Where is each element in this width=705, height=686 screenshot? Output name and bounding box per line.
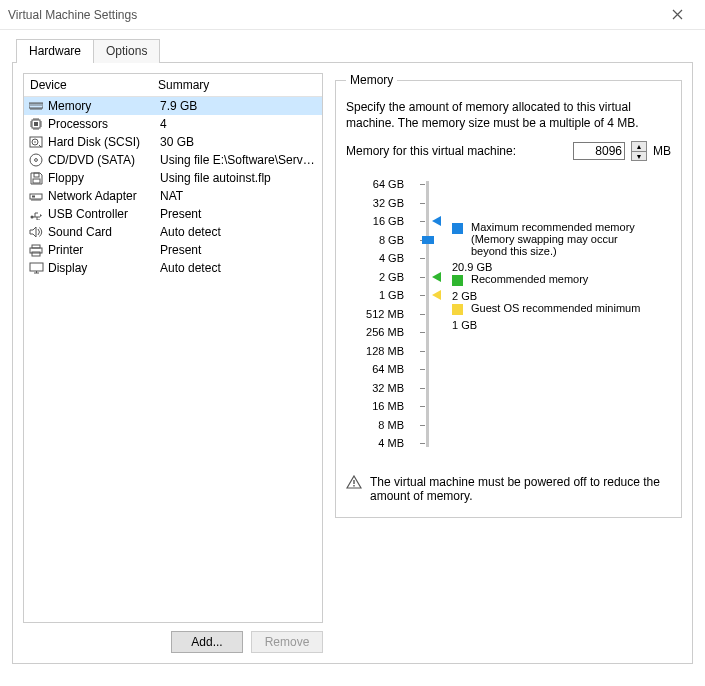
header-device[interactable]: Device [24, 74, 152, 96]
slider-tick-label: 128 MB [366, 342, 404, 361]
slider-tick-label: 1 GB [379, 286, 404, 305]
device-summary: Using file autoinst.flp [160, 171, 318, 185]
device-name: Printer [48, 243, 156, 257]
slider-tick [420, 406, 425, 407]
legend-max-label: Maximum recommended memory [471, 221, 651, 233]
device-row[interactable]: Sound CardAuto detect [24, 223, 322, 241]
device-summary: 30 GB [160, 135, 318, 149]
memory-icon [28, 98, 44, 114]
swatch-rec-icon [452, 275, 463, 286]
device-list[interactable]: Device Summary Memory7.9 GBProcessors4Ha… [23, 73, 323, 623]
slider-tick-label: 32 GB [373, 194, 404, 213]
slider-tick-labels: 64 GB32 GB16 GB8 GB4 GB2 GB1 GB512 MB256… [346, 175, 404, 453]
device-row[interactable]: PrinterPresent [24, 241, 322, 259]
tab-hardware[interactable]: Hardware [16, 39, 94, 63]
swatch-min-icon [452, 304, 463, 315]
device-list-header: Device Summary [24, 74, 322, 97]
svg-rect-9 [33, 179, 40, 183]
svg-rect-18 [353, 485, 354, 487]
slider-tick-label: 256 MB [366, 323, 404, 342]
add-button-label: Add... [191, 635, 222, 649]
memory-legend: Memory [346, 73, 397, 87]
display-icon [28, 260, 44, 276]
spinner-up-icon[interactable]: ▲ [632, 142, 646, 152]
slider-tick [420, 351, 425, 352]
device-name: Memory [48, 99, 156, 113]
printer-icon [28, 242, 44, 258]
device-name: Hard Disk (SCSI) [48, 135, 156, 149]
slider-thumb[interactable] [422, 236, 434, 244]
slider-tick-label: 2 GB [379, 268, 404, 287]
device-name: Sound Card [48, 225, 156, 239]
memory-description: Specify the amount of memory allocated t… [346, 99, 671, 131]
hdd-icon [28, 134, 44, 150]
spinner-down-icon[interactable]: ▼ [632, 152, 646, 161]
device-summary: Auto detect [160, 225, 318, 239]
device-row[interactable]: DisplayAuto detect [24, 259, 322, 277]
slider-tick [420, 203, 425, 204]
remove-button: Remove [251, 631, 323, 653]
memory-input[interactable] [573, 142, 625, 160]
slider-track [426, 181, 429, 447]
titlebar: Virtual Machine Settings [0, 0, 705, 30]
slider-tick [420, 295, 425, 296]
marker-rec-icon [432, 272, 441, 282]
slider-tick [420, 388, 425, 389]
slider-tick-label: 16 MB [372, 397, 404, 416]
slider-tick-label: 16 GB [373, 212, 404, 231]
device-summary: Present [160, 207, 318, 221]
sound-icon [28, 224, 44, 240]
svg-rect-16 [30, 263, 43, 271]
slider-tick [420, 332, 425, 333]
legend-max-note: (Memory swapping may occur beyond this s… [471, 233, 651, 257]
memory-input-label: Memory for this virtual machine: [346, 144, 516, 158]
slider-tick-label: 4 GB [379, 249, 404, 268]
device-row[interactable]: FloppyUsing file autoinst.flp [24, 169, 322, 187]
net-icon [28, 188, 44, 204]
slider-tick [420, 314, 425, 315]
memory-slider[interactable] [410, 175, 446, 453]
device-row[interactable]: Memory7.9 GB [24, 97, 322, 115]
slider-tick [420, 277, 425, 278]
device-row[interactable]: USB ControllerPresent [24, 205, 322, 223]
device-row[interactable]: CD/DVD (SATA)Using file E:\Software\Serv… [24, 151, 322, 169]
memory-group: Memory Specify the amount of memory allo… [335, 73, 682, 518]
floppy-icon [28, 170, 44, 186]
tab-options[interactable]: Options [93, 39, 160, 63]
close-icon[interactable] [657, 1, 697, 29]
svg-point-7 [35, 159, 38, 162]
header-summary[interactable]: Summary [152, 74, 322, 96]
device-name: Network Adapter [48, 189, 156, 203]
warning-icon [346, 475, 362, 489]
slider-tick-label: 512 MB [366, 305, 404, 324]
remove-button-label: Remove [265, 635, 310, 649]
legend-min-value: 1 GB [452, 319, 671, 331]
legend-rec-value: 2 GB [452, 290, 671, 302]
slider-tick-label: 64 GB [373, 175, 404, 194]
slider-tick [420, 443, 425, 444]
device-name: Processors [48, 117, 156, 131]
device-row[interactable]: Processors4 [24, 115, 322, 133]
tab-options-label: Options [106, 44, 147, 58]
device-summary: Auto detect [160, 261, 318, 275]
slider-tick-label: 32 MB [372, 379, 404, 398]
svg-rect-8 [34, 173, 39, 177]
memory-legend-column: Maximum recommended memory (Memory swapp… [452, 175, 671, 453]
memory-spinner[interactable]: ▲ ▼ [631, 141, 647, 161]
add-button[interactable]: Add... [171, 631, 243, 653]
svg-point-6 [30, 154, 42, 166]
device-row[interactable]: Hard Disk (SCSI)30 GB [24, 133, 322, 151]
swatch-max-icon [452, 223, 463, 234]
device-summary: 7.9 GB [160, 99, 318, 113]
device-summary: NAT [160, 189, 318, 203]
slider-tick [420, 184, 425, 185]
svg-rect-17 [353, 480, 354, 484]
device-name: CD/DVD (SATA) [48, 153, 156, 167]
legend-max-value: 20.9 GB [452, 261, 671, 273]
memory-unit: MB [653, 144, 671, 158]
device-row[interactable]: Network AdapterNAT [24, 187, 322, 205]
slider-tick [420, 369, 425, 370]
slider-tick [420, 221, 425, 222]
slider-tick [420, 425, 425, 426]
device-summary: Using file E:\Software\Serve... [160, 153, 318, 167]
